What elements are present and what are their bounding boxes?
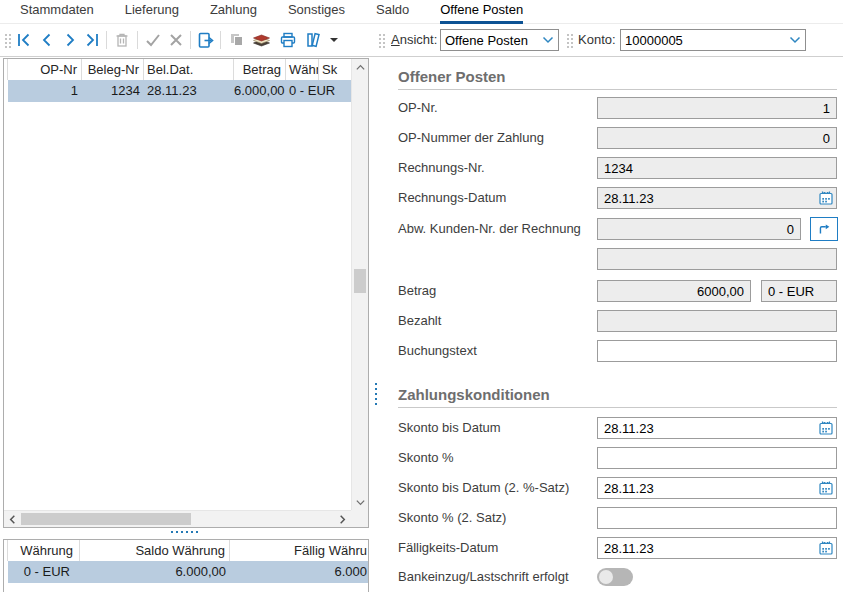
nav-first-button[interactable]	[13, 29, 35, 51]
x-icon	[167, 31, 185, 49]
scroll-right-button[interactable]	[334, 511, 351, 528]
nav-prev-button[interactable]	[36, 29, 58, 51]
toolbar-grip[interactable]	[4, 33, 12, 48]
toolbar-dropdown-caret[interactable]	[330, 38, 338, 42]
splitter-dot	[375, 403, 377, 405]
konto-combobox[interactable]: 10000005	[620, 29, 806, 51]
copy-icon	[228, 31, 246, 49]
faelligkeits-datum-field[interactable]	[598, 541, 816, 556]
tab-lieferung[interactable]: Lieferung	[125, 0, 179, 24]
scroll-up-button[interactable]	[352, 59, 369, 76]
calendar-icon[interactable]	[816, 418, 836, 438]
confirm-button[interactable]	[142, 29, 164, 51]
scroll-down-button[interactable]	[352, 494, 369, 511]
rechnungs-datum-fieldwrap	[597, 187, 837, 209]
horizontal-scroll-thumb[interactable]	[21, 513, 191, 525]
column-header-betrag[interactable]: Betrag	[234, 59, 286, 80]
betrag-waehrung-field[interactable]	[761, 280, 837, 302]
bezahlt-field[interactable]	[597, 310, 837, 332]
cell-betrag: 6.000,00	[234, 80, 286, 102]
ansicht-combobox[interactable]: Offene Posten	[440, 29, 559, 51]
rechnungs-nr-label: Rechnungs-Nr.	[398, 157, 485, 179]
tab-sonstiges[interactable]: Sonstiges	[288, 0, 345, 24]
toolbar-separator	[106, 31, 107, 49]
skonto-bis-datum-2-field[interactable]	[598, 481, 816, 496]
rechnungs-nr-field[interactable]	[597, 157, 837, 179]
op-nummer-zahlung-field[interactable]	[597, 127, 837, 149]
tab-offene-posten[interactable]: Offene Posten	[440, 0, 523, 24]
chevron-down-icon	[542, 36, 554, 44]
calendar-icon[interactable]	[816, 478, 836, 498]
konto-value: 10000005	[625, 33, 789, 48]
reports-button[interactable]	[303, 29, 325, 51]
jump-arrow-icon	[816, 221, 832, 237]
saldo-row-selected[interactable]: 0 - EUR 6.000,00 6.000	[4, 561, 368, 583]
skonto-prozent-2-field[interactable]	[597, 507, 837, 529]
column-header-sk[interactable]: Sk	[319, 59, 353, 80]
grid-row-selected[interactable]: 1 1234 28.11.23 6.000,00 0 - EUR	[4, 80, 368, 102]
calendar-icon[interactable]	[816, 188, 836, 208]
reports-books-icon	[305, 31, 324, 49]
scroll-left-button[interactable]	[4, 511, 21, 528]
horizontal-splitter[interactable]	[171, 531, 198, 533]
tab-zahlung[interactable]: Zahlung	[210, 0, 257, 24]
vertical-scroll-thumb[interactable]	[354, 269, 366, 293]
tab-stammdaten[interactable]: Stammdaten	[20, 0, 94, 24]
rechnungs-datum-label: Rechnungs-Datum	[398, 187, 506, 209]
cancel-button[interactable]	[165, 29, 187, 51]
vertical-splitter[interactable]	[375, 383, 377, 405]
cell-op-nr: 1	[8, 80, 82, 102]
ansicht-value: Offene Posten	[445, 33, 542, 48]
splitter-dot	[375, 383, 377, 385]
faelligkeits-datum-fieldwrap	[597, 537, 837, 559]
column-header-bel-dat[interactable]: Bel.Dat.	[144, 59, 234, 80]
print-button[interactable]	[277, 29, 299, 51]
vertical-scrollbar[interactable]	[351, 59, 368, 511]
betrag-field[interactable]	[597, 280, 751, 302]
skonto-prozent-field[interactable]	[597, 447, 837, 469]
saldo-grid: Währung Saldo Währung Fällig Währu 0 - E…	[3, 539, 369, 592]
horizontal-scrollbar[interactable]	[4, 510, 351, 527]
tab-saldo[interactable]: Saldo	[376, 0, 409, 24]
skonto-bis-datum-label: Skonto bis Datum	[398, 417, 501, 439]
trash-icon	[113, 31, 131, 49]
print-stack-icon	[251, 32, 272, 49]
rechnungs-datum-field[interactable]	[598, 191, 816, 206]
column-header-waehr[interactable]: Währ.	[286, 59, 319, 80]
chevron-down-icon	[789, 36, 801, 44]
column-header-faellig-waehrung[interactable]: Fällig Währu	[230, 540, 368, 561]
calendar-icon[interactable]	[816, 538, 836, 558]
rebook-button[interactable]	[195, 29, 217, 51]
delete-button[interactable]	[111, 29, 133, 51]
check-icon	[144, 31, 162, 49]
section-rule	[398, 407, 837, 408]
tab-strip: Stammdaten Lieferung Zahlung Sonstiges S…	[0, 0, 843, 24]
op-nr-label: OP-Nr.	[398, 97, 438, 119]
op-nummer-zahlung-label: OP-Nummer der Zahlung	[398, 127, 544, 149]
splitter-dot	[186, 531, 188, 533]
jump-to-account-button[interactable]	[810, 217, 838, 241]
op-nr-field[interactable]	[597, 97, 837, 119]
offene-posten-window: Stammdaten Lieferung Zahlung Sonstiges S…	[0, 0, 843, 592]
abw-kunden-name-field[interactable]	[597, 248, 837, 270]
print-stack-button[interactable]	[250, 29, 272, 51]
ansicht-grip[interactable]	[378, 33, 386, 48]
buchungstext-field[interactable]	[597, 340, 837, 362]
nav-last-button[interactable]	[81, 29, 103, 51]
ansicht-rest: nsicht:	[400, 32, 438, 47]
copy-button[interactable]	[226, 29, 248, 51]
splitter-dot	[375, 393, 377, 395]
section-rule	[398, 89, 837, 90]
bankeinzug-toggle[interactable]	[597, 568, 633, 586]
column-header-waehrung[interactable]: Währung	[8, 540, 80, 561]
offene-posten-grid: OP-Nr Beleg-Nr Bel.Dat. Betrag Währ. Sk …	[3, 58, 369, 528]
konto-grip[interactable]	[566, 33, 574, 48]
abw-kunden-nr-field[interactable]	[597, 218, 801, 240]
cell-bel-dat: 28.11.23	[144, 80, 234, 102]
column-header-beleg-nr[interactable]: Beleg-Nr	[82, 59, 144, 80]
nav-next-button[interactable]	[59, 29, 81, 51]
splitter-dot	[375, 398, 377, 400]
skonto-bis-datum-field[interactable]	[598, 421, 816, 436]
column-header-saldo-waehrung[interactable]: Saldo Währung	[80, 540, 230, 561]
column-header-op-nr[interactable]: OP-Nr	[8, 59, 82, 80]
